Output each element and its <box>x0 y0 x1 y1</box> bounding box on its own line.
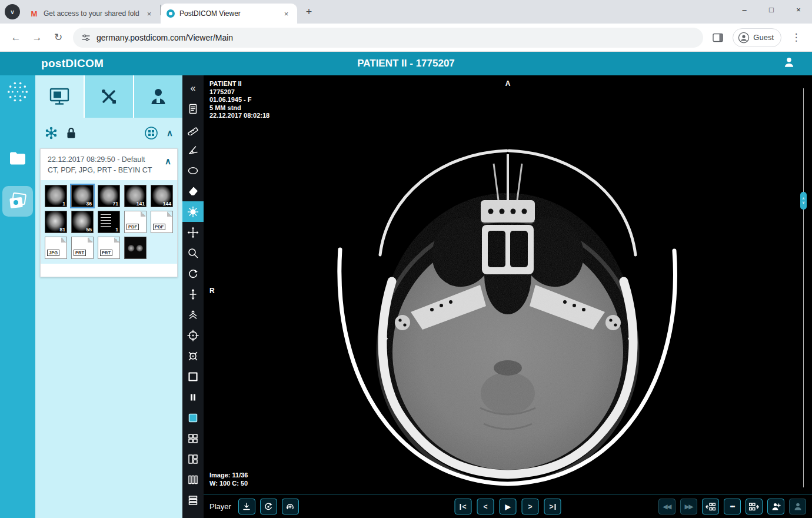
series-thumbnail[interactable]: 1 <box>98 211 120 233</box>
layout-2x2-button[interactable] <box>182 428 204 449</box>
series-thumbnail[interactable]: PDF <box>151 211 173 233</box>
previous-layout-button[interactable] <box>702 499 719 514</box>
slice-scrollbar-track[interactable] <box>803 88 804 487</box>
tab-patient-info[interactable] <box>134 75 182 118</box>
reload-button[interactable]: ↻ <box>48 28 68 48</box>
app-header: postDICOM PATIENT II - 1775207 <box>0 52 812 75</box>
patient-icon <box>150 88 167 105</box>
player-bar: Player < < ▶ > > <box>204 494 812 518</box>
molecule-icon[interactable] <box>45 127 58 140</box>
series-thumbnail[interactable]: 36 <box>71 185 94 207</box>
thumbnail-number: 55 <box>86 227 92 233</box>
collapse-series-icon[interactable]: ∧ <box>165 155 171 175</box>
cine-controls: < < ▶ > > <box>455 499 561 514</box>
layout-1x1-button[interactable] <box>182 366 204 387</box>
close-tab-icon[interactable]: × <box>144 9 154 19</box>
back-button[interactable]: ← <box>6 28 26 48</box>
window-level-tool-button[interactable] <box>182 201 204 222</box>
image-series-icon <box>8 192 27 210</box>
series-thumbnail[interactable]: JPG <box>45 237 67 259</box>
last-image-button[interactable]: > <box>544 499 561 514</box>
ellipse-tool-button[interactable] <box>182 160 204 181</box>
series-thumbnail[interactable]: 81 <box>45 211 67 233</box>
cine-loop-button[interactable] <box>260 499 277 514</box>
browser-tab-gmail[interactable]: M Get access to your shared folde × <box>24 4 160 24</box>
window-level-info: W: 100 C: 50 <box>209 480 248 488</box>
side-panel-icon[interactable] <box>708 28 728 48</box>
layout-1-2-button[interactable] <box>182 449 204 469</box>
series-thumbnail[interactable]: PRT <box>98 237 120 259</box>
active-viewport-indicator[interactable] <box>182 407 204 428</box>
lock-icon[interactable] <box>66 127 76 140</box>
browser-window: ∨ M Get access to your shared folde × Po… <box>0 0 812 518</box>
app-logo: postDICOM <box>41 57 104 70</box>
collapse-section-icon[interactable]: ∧ <box>167 128 173 138</box>
scroll-up-icon: ∧ <box>802 197 804 201</box>
series-thumbnail[interactable] <box>124 237 147 259</box>
rotate-tool-button[interactable] <box>182 263 204 284</box>
next-image-button[interactable]: > <box>522 499 539 514</box>
tools-icon <box>99 87 118 106</box>
forward-button[interactable]: → <box>27 28 47 48</box>
tab-search-button[interactable]: ∨ <box>5 4 20 19</box>
next-series-button[interactable]: ▶▶ <box>680 499 697 514</box>
user-account-icon[interactable] <box>783 56 796 71</box>
thumbnail-doc-label: PDF <box>127 224 139 230</box>
reset-orientation-button[interactable] <box>282 499 299 514</box>
close-tab-icon[interactable]: × <box>281 9 291 19</box>
site-info-icon[interactable] <box>81 33 91 42</box>
thumbnail-number: 1 <box>115 227 118 233</box>
tab-tools[interactable] <box>85 75 134 118</box>
tab-viewer[interactable] <box>35 75 85 118</box>
export-image-button[interactable] <box>238 499 255 514</box>
sidebar-item-folders[interactable] <box>2 142 33 173</box>
series-thumbnail[interactable]: 144 <box>151 185 173 207</box>
share-study-button[interactable] <box>767 499 784 514</box>
menu-kebab-icon[interactable]: ⋮ <box>786 28 806 48</box>
layout-rows-button[interactable] <box>182 490 204 510</box>
angle-tool-button[interactable] <box>182 140 204 160</box>
series-thumbnail[interactable]: 71 <box>98 185 120 207</box>
thumbnail-number: 1 <box>62 201 65 207</box>
previous-series-button[interactable]: ◀◀ <box>658 499 675 514</box>
postdicom-app: postDICOM PATIENT II - 1775207 <box>0 52 812 518</box>
ruler-tool-button[interactable] <box>182 119 204 140</box>
layout-grid-circle-icon[interactable] <box>144 126 158 140</box>
close-window-button[interactable]: × <box>785 0 812 19</box>
maximize-button[interactable]: □ <box>758 0 785 19</box>
localizer-button[interactable] <box>182 325 204 346</box>
left-nav-strip <box>0 75 35 518</box>
browser-tab-postdicom[interactable]: PostDICOM Viewer × <box>161 4 297 24</box>
image-info-overlay: Image: 11/36 W: 100 C: 50 <box>209 471 248 487</box>
guest-profile-button[interactable]: Guest <box>733 28 781 47</box>
pause-cine-button[interactable] <box>182 387 204 407</box>
slice-scrollbar-thumb[interactable]: ∧ ∨ <box>800 192 807 210</box>
reference-lines-button[interactable] <box>182 346 204 366</box>
report-button[interactable] <box>182 98 204 119</box>
series-header[interactable]: 22.12.2017 08:29:50 - Default CT, PDF, J… <box>41 149 177 180</box>
new-tab-button[interactable]: + <box>301 4 317 20</box>
series-thumbnail[interactable]: 141 <box>124 185 147 207</box>
stack-navigation-button[interactable] <box>182 304 204 325</box>
url-bar[interactable]: germany.postdicom.com/Viewer/Main <box>73 28 703 48</box>
first-image-button[interactable]: < <box>455 499 472 514</box>
series-thumbnail[interactable]: 55 <box>71 211 94 233</box>
minimize-button[interactable]: – <box>731 0 758 19</box>
previous-image-button[interactable]: < <box>477 499 494 514</box>
sidebar-item-image-viewer[interactable] <box>2 186 33 217</box>
series-thumbnail[interactable]: PDF <box>124 211 147 233</box>
pan-tool-button[interactable] <box>182 222 204 243</box>
more-options-button[interactable]: ••• <box>724 499 741 514</box>
play-button[interactable]: ▶ <box>500 499 517 514</box>
series-thumbnail[interactable]: 1 <box>45 185 67 207</box>
dicom-viewport[interactable]: PATIENT II 1775207 01.06.1945 - F 5 MM s… <box>204 75 812 494</box>
scroll-slices-button[interactable] <box>182 284 204 304</box>
orientation-anterior: A <box>505 80 511 88</box>
series-thumbnail[interactable]: PRT <box>71 237 94 259</box>
layout-columns-button[interactable] <box>182 469 204 490</box>
next-layout-button[interactable] <box>746 499 763 514</box>
collapse-panel-button[interactable]: « <box>182 78 204 98</box>
assign-user-button[interactable] <box>789 499 806 514</box>
eraser-tool-button[interactable] <box>182 181 204 201</box>
zoom-tool-button[interactable] <box>182 243 204 263</box>
